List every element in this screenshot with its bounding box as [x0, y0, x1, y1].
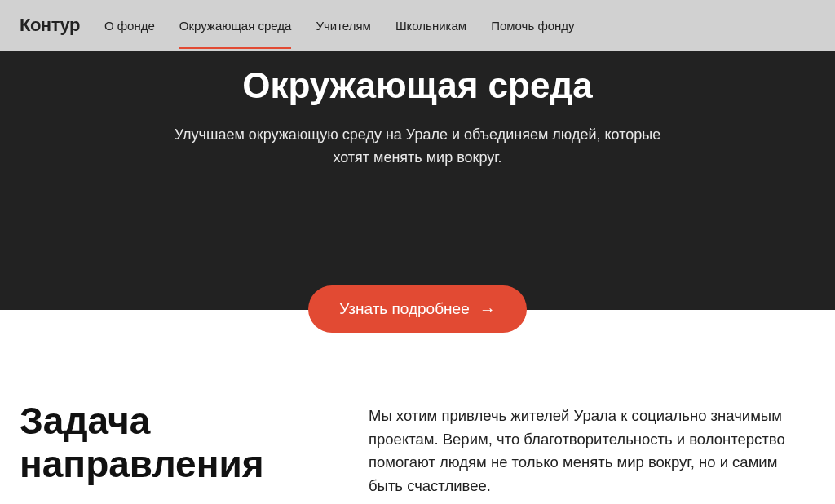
cta-label: Узнать подробнее	[339, 300, 469, 318]
nav-item-teachers[interactable]: Учителям	[316, 2, 370, 49]
nav-item-students[interactable]: Школьникам	[395, 2, 466, 49]
nav-item-about[interactable]: О фонде	[104, 2, 155, 49]
hero-subtitle: Улучшаем окружающую среду на Урале и объ…	[157, 124, 678, 170]
mission-section: Задача направления Мы хотим привлечь жит…	[0, 310, 835, 498]
arrow-right-icon: →	[479, 301, 496, 317]
nav-items: О фонде Окружающая среда Учителям Школьн…	[104, 2, 575, 49]
nav-item-help[interactable]: Помочь фонду	[491, 2, 574, 49]
learn-more-button[interactable]: Узнать подробнее →	[308, 285, 526, 333]
hero-title: Окружающая среда	[33, 65, 802, 106]
top-nav: Контур О фонде Окружающая среда Учителям…	[0, 0, 835, 51]
section-body: Мы хотим привлечь жителей Урала к социал…	[369, 400, 815, 498]
cta-wrap: Узнать подробнее →	[0, 285, 835, 333]
hero-section: Окружающая среда Улучшаем окружающую сре…	[0, 51, 835, 310]
section-title: Задача направления	[20, 400, 329, 498]
nav-item-environment[interactable]: Окружающая среда	[179, 2, 292, 49]
logo[interactable]: Контур	[20, 15, 80, 36]
